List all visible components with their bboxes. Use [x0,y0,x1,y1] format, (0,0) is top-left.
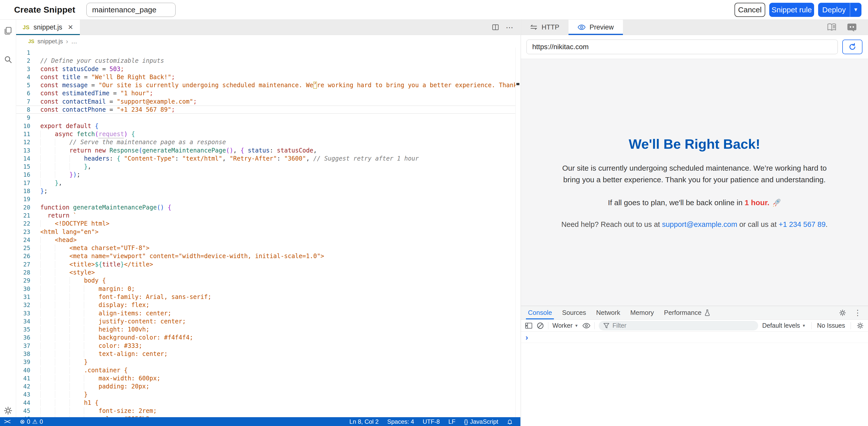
files-icon[interactable] [3,26,12,35]
email-link[interactable]: support@example.com [662,220,737,228]
no-issues-label[interactable]: No Issues [817,322,845,329]
code-line[interactable]: 37 color: #333; [16,342,520,350]
eol-setting[interactable]: LF [448,418,456,425]
code-line[interactable]: 18}; [16,187,520,195]
code-line[interactable]: 24 <head> [16,236,520,244]
refresh-button[interactable] [842,39,863,54]
code-line[interactable]: 29 body { [16,277,520,285]
code-line[interactable]: 4const title = "We'll Be Right Back!"; [16,73,520,81]
code-line[interactable]: 7const contactEmail = "support@example.c… [16,97,520,106]
code-line[interactable]: 46 color: #0056b3; [16,415,520,417]
code-line[interactable]: 16 }); [16,171,520,179]
code-line[interactable]: 36 background-color: #f4f4f4; [16,334,520,342]
devtools-gear-icon[interactable] [839,309,846,317]
code-line[interactable]: 15 }, [16,163,520,171]
docs-book-icon[interactable] [827,23,837,31]
code-line[interactable]: 20function generateMaintenancePage() { [16,203,520,211]
editor-tab-snippet-js[interactable]: JS snippet.js ✕ [16,20,80,35]
encoding[interactable]: UTF-8 [423,418,440,425]
worker-select[interactable]: Worker▼ [552,322,578,329]
tab-http[interactable]: HTTP [521,20,568,35]
activity-bar [0,20,16,417]
code-line[interactable]: 12 // Serve the maintenance page as a re… [16,138,520,146]
devtools-menu-icon[interactable]: ⋮ [854,309,862,317]
editor-scrollbar[interactable] [515,48,520,417]
code-line[interactable]: 42 padding: 20px; [16,382,520,391]
split-editor-icon[interactable] [492,24,499,31]
indent-setting[interactable]: Spaces: 4 [387,418,414,425]
default-levels-select[interactable]: Default levels▼ [762,322,806,329]
code-line[interactable]: 41 max-width: 600px; [16,374,520,382]
code-line[interactable]: 19 [16,195,520,203]
code-line[interactable]: 39 } [16,358,520,366]
code-line[interactable]: 10export default { [16,122,520,130]
code-line[interactable]: 14 headers: { "Content-Type": "text/html… [16,154,520,163]
code-area[interactable]: 12// Define your customizable inputs3con… [16,48,520,417]
code-line[interactable]: 5const message = "Our site is currently … [16,81,520,89]
remote-indicator-icon[interactable]: >< [4,418,9,426]
js-file-icon-small: JS [28,38,34,45]
code-line[interactable]: 32 display: flex; [16,301,520,309]
code-line[interactable]: 28 <style> [16,268,520,277]
code-line[interactable]: 8const contactPhone = "+1 234 567 89"; [16,106,520,114]
console-prompt[interactable]: › [521,332,868,343]
settings-gear-icon[interactable] [3,406,12,415]
problems-indicator[interactable]: ⊗ 0 ⚠ 0 [20,418,43,425]
discord-icon[interactable] [847,23,857,32]
phone-link[interactable]: +1 234 567 89 [779,220,826,228]
devtools-tab-performance[interactable]: Performance [659,306,715,319]
url-input[interactable] [526,39,838,54]
code-line[interactable]: 11 async fetch(request) { [16,130,520,138]
deploy-dropdown-button[interactable]: ▼ [850,3,862,17]
devtools-tab-network[interactable]: Network [592,306,625,319]
toggle-sidebar-icon[interactable] [525,322,532,329]
code-line[interactable]: 13 return new Response(generateMaintenan… [16,146,520,154]
code-line[interactable]: 3const statusCode = 503; [16,65,520,73]
code-line[interactable]: 31 font-family: Arial, sans-serif; [16,293,520,301]
cursor-position[interactable]: Ln 8, Col 2 [349,418,379,425]
devtools-tab-memory[interactable]: Memory [626,306,658,319]
code-line[interactable]: 1 [16,49,520,57]
code-line[interactable]: 26 <meta name="viewport" content="width=… [16,252,520,260]
code-line[interactable]: 6const estimatedTime = "1 hour"; [16,89,520,97]
snippet-name-input[interactable] [86,3,176,17]
live-expression-eye-icon[interactable] [582,323,590,329]
code-line[interactable]: 22 <!DOCTYPE html> [16,220,520,228]
code-line[interactable]: 38 text-align: center; [16,350,520,358]
line-number: 18 [16,187,40,195]
main: JS snippet.js ✕ ⋯ JS snippet.js [0,20,868,426]
language-mode[interactable]: {} JavaScript [464,418,498,425]
breadcrumb[interactable]: JS snippet.js › … [16,35,520,48]
code-line[interactable]: 34 justify-content: center; [16,317,520,325]
devtools-tab-console[interactable]: Console [523,306,556,319]
snippet-rule-button[interactable]: Snippet rule [769,3,814,17]
devtools-tab-sources[interactable]: Sources [557,306,590,319]
clear-console-icon[interactable] [536,322,544,330]
code-line[interactable]: 40 .container { [16,366,520,374]
code-line[interactable]: 9 [16,114,520,122]
code-line[interactable]: 30 margin: 0; [16,285,520,293]
search-icon[interactable] [3,55,12,64]
code-line[interactable]: 35 height: 100vh; [16,325,520,334]
code-line[interactable]: 2// Define your customizable inputs [16,57,520,65]
code-line[interactable]: 25 <meta charset="UTF-8"> [16,244,520,252]
line-number: 6 [16,89,40,97]
code-line[interactable]: 44 h1 { [16,399,520,407]
code-line[interactable]: 43 } [16,391,520,399]
console-settings-icon[interactable] [857,322,864,330]
cancel-button[interactable]: Cancel [735,3,765,17]
more-actions-icon[interactable]: ⋯ [506,23,513,32]
code-line[interactable]: 33 align-items: center; [16,309,520,317]
code-line[interactable]: 17 }, [16,179,520,187]
code-line[interactable]: 23<html lang="en"> [16,228,520,236]
code-line[interactable]: 21 return ` [16,211,520,220]
notifications-bell-icon[interactable] [507,419,513,425]
console-filter[interactable] [599,321,758,331]
code-line[interactable]: 27 <title>${title}</title> [16,260,520,268]
filter-input[interactable] [612,322,754,329]
deploy-button[interactable]: Deploy [818,3,850,17]
tab-preview[interactable]: Preview [568,20,623,35]
tab-close-icon[interactable]: ✕ [68,24,73,31]
code-line[interactable]: 45 font-size: 2rem; [16,407,520,415]
console-output[interactable]: › [521,332,868,343]
